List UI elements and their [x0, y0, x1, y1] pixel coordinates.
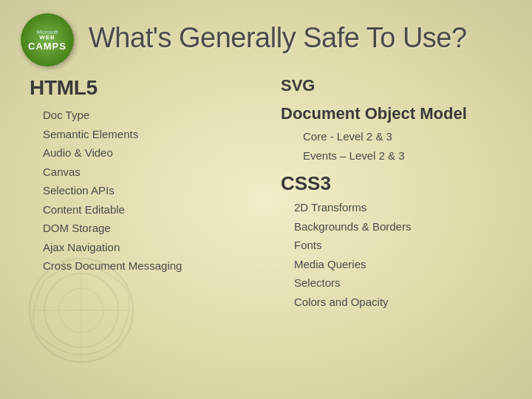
- slide-content: What's Generally Safe To Use? HTML5 Doc …: [0, 0, 532, 326]
- html5-list: Doc TypeSemantic ElementsAudio & VideoCa…: [30, 106, 259, 276]
- camps-label: CAMPS: [28, 41, 66, 52]
- right-column: SVG Document Object Model Core - Level 2…: [281, 76, 510, 311]
- list-item: Events – Level 2 & 3: [281, 146, 510, 166]
- slide-title: What's Generally Safe To Use?: [89, 22, 510, 54]
- dom-list: Core - Level 2 & 3Events – Level 2 & 3: [281, 127, 510, 165]
- web-label: WEB: [39, 35, 55, 41]
- css3-heading: CSS3: [281, 172, 510, 195]
- list-item: Core - Level 2 & 3: [281, 127, 510, 146]
- list-item: Ajax Navigation: [30, 238, 259, 257]
- list-item: Media Queries: [281, 255, 510, 274]
- logo-badge: Microsoft WEB CAMPS: [21, 13, 74, 66]
- css3-list: 2D TransformsBackgrounds & BordersFontsM…: [281, 198, 510, 311]
- list-item: Selection APIs: [30, 181, 259, 200]
- columns: HTML5 Doc TypeSemantic ElementsAudio & V…: [30, 76, 510, 311]
- list-item: 2D Transforms: [281, 198, 510, 217]
- list-item: Doc Type: [30, 106, 259, 125]
- list-item: Audio & Video: [30, 143, 259, 163]
- list-item: Semantic Elements: [30, 125, 259, 144]
- list-item: Content Editable: [30, 200, 259, 219]
- list-item: Backgrounds & Borders: [281, 217, 510, 236]
- list-item: Fonts: [281, 236, 510, 255]
- dom-heading: Document Object Model: [281, 104, 510, 123]
- list-item: Selectors: [281, 273, 510, 293]
- list-item: Colors and Opacity: [281, 293, 510, 312]
- html5-heading: HTML5: [30, 76, 259, 100]
- svg-heading: SVG: [281, 76, 510, 95]
- left-column: HTML5 Doc TypeSemantic ElementsAudio & V…: [30, 76, 259, 311]
- list-item: DOM Storage: [30, 219, 259, 238]
- list-item: Cross Document Messaging: [30, 256, 259, 276]
- list-item: Canvas: [30, 163, 259, 182]
